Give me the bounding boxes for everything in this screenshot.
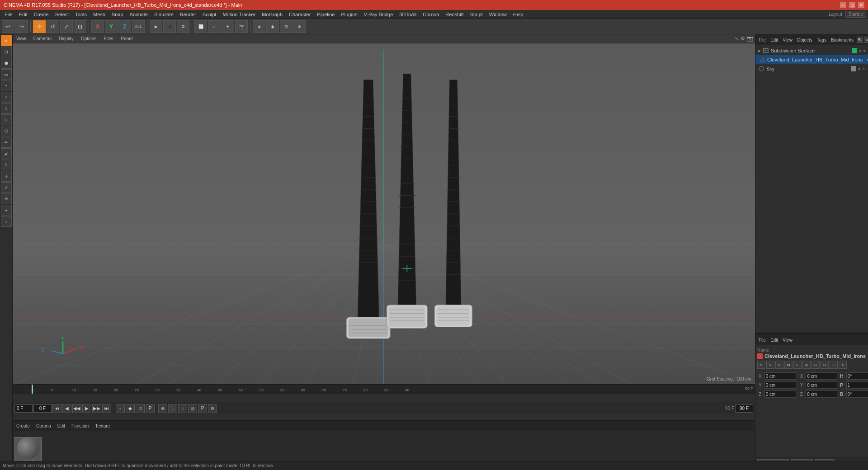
vp-options-menu[interactable]: Options (79, 36, 98, 41)
attr-edit-menu[interactable]: Edit (769, 338, 779, 343)
obj-bookmarks-menu[interactable]: Bookmarks (830, 38, 855, 42)
coord-y-size-input[interactable] (806, 381, 837, 389)
z-axis-button[interactable]: Z (118, 20, 131, 33)
step-back-button[interactable]: ◀ (62, 404, 71, 413)
render-button[interactable]: ⬛ (163, 20, 176, 33)
motion-btn2[interactable]: ⬛ (168, 404, 177, 413)
tool-point[interactable]: • (1, 80, 12, 91)
mat-texture-menu[interactable]: Texture (93, 423, 112, 428)
coord-p-input[interactable] (846, 381, 868, 389)
motion-btn3[interactable]: ○ (178, 404, 187, 413)
shading-button[interactable]: ◉ (266, 20, 279, 33)
tool-edge[interactable]: ▭ (1, 69, 12, 80)
menu-animate[interactable]: Animate (127, 11, 151, 18)
attr-icon-4[interactable]: M (784, 361, 793, 369)
obj-vis-subdivision[interactable]: ● (859, 49, 861, 53)
tool-paint[interactable]: 🖌 (1, 148, 12, 159)
tool-obj3[interactable]: ◇ (1, 114, 12, 125)
obj-color-sky[interactable] (851, 66, 856, 71)
render-settings-button[interactable]: ⚙ (177, 20, 189, 33)
vp-cameras-menu[interactable]: Cameras (32, 36, 54, 41)
mat-corona-menu[interactable]: Corona (34, 423, 53, 428)
autokey-button[interactable]: ◆ (126, 404, 135, 413)
coord-z-pos-input[interactable] (764, 390, 796, 398)
obj-sky[interactable]: Sky ● ✕ (755, 64, 868, 73)
obj-vis-cleveland[interactable]: ● (866, 58, 868, 62)
mat-edit-menu[interactable]: Edit (56, 423, 67, 428)
y-axis-button[interactable]: Y (105, 20, 118, 33)
menu-3dtoall[interactable]: 3DToAll (396, 11, 419, 18)
motion-btn4[interactable]: ◎ (188, 404, 197, 413)
obj-vis-sky[interactable]: ● (858, 67, 860, 71)
obj-view-menu[interactable]: View (781, 38, 794, 42)
play-button[interactable]: ▶ (82, 404, 91, 413)
timeline-ruler[interactable]: 0 5 10 15 20 25 30 35 40 45 50 55 60 65 … (13, 385, 755, 394)
motion-btn5[interactable]: P (198, 404, 207, 413)
transform-tool-button[interactable]: ⊡ (74, 20, 86, 33)
tool-scale-l[interactable]: ⤢ (1, 182, 12, 193)
obj-settings-icon[interactable]: ⚙ (864, 37, 868, 43)
attr-icon-3[interactable]: R (775, 361, 783, 369)
menu-help[interactable]: Help (510, 11, 526, 18)
end-frame-input[interactable] (735, 404, 753, 413)
menu-render[interactable]: Render (177, 11, 199, 18)
redo-button[interactable]: ↪ (15, 20, 28, 33)
go-end-button[interactable]: ⏭ (102, 404, 111, 413)
rotate-tool-button[interactable]: ↺ (47, 20, 59, 33)
coord-x-rot-input[interactable] (806, 372, 837, 380)
obj-objects-menu[interactable]: Objects (796, 38, 814, 42)
step-forward-button[interactable]: ▶▶ (92, 404, 101, 413)
obj-file-menu[interactable]: File (757, 38, 767, 42)
vp-view-menu[interactable]: View (14, 36, 28, 41)
mat-function-menu[interactable]: Function (70, 423, 90, 428)
menu-vray[interactable]: V-Ray Bridge (361, 11, 396, 18)
move-tool-button[interactable]: ✛ (33, 20, 46, 33)
tool-obj2[interactable]: △ (1, 103, 12, 114)
all-axis-button[interactable]: ALL (132, 20, 145, 33)
menu-mograph[interactable]: MoGraph (259, 11, 285, 18)
vp-camera-icon[interactable]: 📷 (747, 36, 753, 42)
loop-button[interactable]: ↺ (136, 404, 145, 413)
menu-simulate[interactable]: Simulate (151, 11, 176, 18)
menu-snap[interactable]: Snap (109, 11, 126, 18)
keyframe-area[interactable] (13, 394, 755, 403)
obj-render-vis-subdivision[interactable]: ● (863, 49, 865, 53)
layout-preset[interactable]: Startup (845, 11, 866, 18)
cube-button[interactable]: ⬜ (194, 20, 207, 33)
menu-redshift[interactable]: Redshift (443, 11, 466, 18)
menu-sculpt[interactable]: Sculpt (200, 11, 219, 18)
minimize-button[interactable]: ─ (840, 2, 846, 8)
coord-z-size-input[interactable] (806, 390, 837, 398)
motion-btn6[interactable]: ⚙ (208, 404, 217, 413)
tool-move[interactable]: ✛ (1, 171, 12, 182)
menu-pipeline[interactable]: Pipeline (314, 11, 337, 18)
menu-plugins[interactable]: Plugins (338, 11, 360, 18)
tool-poly[interactable]: ⬟ (1, 58, 12, 69)
obj-search-icon[interactable]: 🔍 (857, 37, 863, 43)
tool-extra1[interactable]: ⬥ (1, 205, 12, 216)
attr-icon-7[interactable]: G (811, 361, 820, 369)
menu-file[interactable]: File (2, 11, 15, 18)
preview-button[interactable]: P (146, 404, 155, 413)
tool-pen[interactable]: ✏ (1, 137, 12, 148)
obj-color-subdivision[interactable] (852, 48, 857, 53)
menu-tools[interactable]: Tools (72, 11, 90, 18)
display-mode-button[interactable]: ◈ (253, 20, 265, 33)
attr-icon-6[interactable]: A (802, 361, 811, 369)
menu-character[interactable]: Character (286, 11, 313, 18)
menu-corona[interactable]: Corona (420, 11, 442, 18)
undo-button[interactable]: ↩ (2, 20, 14, 33)
coord-y-pos-input[interactable] (764, 381, 796, 389)
attr-icon-8[interactable]: D (821, 361, 829, 369)
menu-create[interactable]: Create (31, 11, 52, 18)
tool-obj4[interactable]: ⬡ (1, 126, 12, 136)
mat-create-menu[interactable]: Create (14, 423, 32, 428)
vp-panel-menu[interactable]: Panel (119, 36, 135, 41)
attr-icon-2[interactable]: V (766, 361, 774, 369)
frame-input[interactable] (33, 404, 52, 413)
tool-mesh[interactable]: ⊡ (1, 47, 12, 57)
grid-button[interactable]: ⊞ (280, 20, 292, 33)
coord-b-input[interactable] (846, 390, 868, 398)
tool-model[interactable]: ◈ (1, 35, 12, 46)
camera-button[interactable]: 📷 (235, 20, 248, 33)
